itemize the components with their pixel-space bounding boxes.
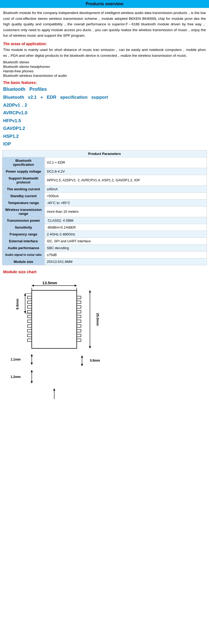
param-value-bluetooth-spec: V2.1 + EDR [45, 157, 207, 168]
svg-rect-22 [77, 310, 81, 313]
svg-rect-16 [28, 329, 32, 332]
param-label-snr: Audio signal to noise ratio [2, 251, 45, 258]
svg-marker-1 [32, 285, 34, 287]
svg-marker-46 [53, 389, 55, 391]
svg-rect-23 [77, 315, 81, 318]
svg-text:0.8mm: 0.8mm [90, 359, 100, 362]
list-item-3: Hands-free phones [0, 69, 209, 73]
areas-of-application-text: This module is mainly used for short dis… [0, 46, 209, 60]
svg-marker-42 [31, 370, 33, 372]
svg-rect-10 [28, 301, 32, 304]
svg-text:6.6mm: 6.6mm [15, 299, 19, 309]
svg-text:25.0mm: 25.0mm [96, 313, 100, 325]
svg-marker-2 [75, 285, 77, 287]
table-row: Transmission power CLASS2, 4 DBM [2, 217, 207, 224]
bluetooth-v21-edr: Bluetooth v2.1 + EDR specification suppo… [0, 93, 209, 101]
svg-marker-6 [24, 311, 26, 313]
bluetooth-profiles: Bluetooth Profiles [0, 85, 209, 93]
table-row: Bluetoothspecification V2.1 + EDR [2, 157, 207, 168]
avrcpv10: AVRCPv1.0 [0, 109, 209, 117]
svg-rect-26 [77, 329, 81, 332]
param-label-standby-current: Standby current [2, 192, 45, 199]
hfpv15: HFPv1.5 [0, 117, 209, 125]
products-overview-header: Products overview [0, 0, 209, 8]
intro-text: Bluetooth module for the company indepen… [0, 8, 209, 41]
svg-rect-8 [32, 290, 77, 348]
svg-marker-35 [81, 364, 83, 366]
svg-rect-14 [28, 320, 32, 323]
param-label-wireless-range: Wireless transmissionrange [2, 206, 45, 217]
table-row: The working current ≤45mA [2, 186, 207, 192]
param-value-audio-perf: SBC decoding [45, 244, 207, 251]
table-row: Power supply voltage DC2.8-4.2V [2, 168, 207, 175]
param-label-bluetooth-spec: Bluetoothspecification [2, 157, 45, 168]
param-value-snr: ≥75dB [45, 251, 207, 258]
areas-of-application-title: The areas of application: [0, 41, 209, 46]
table-row: Wireless transmissionrange more than 10 … [2, 206, 207, 217]
list-item-1: Bluetooth stereo [0, 60, 209, 64]
table-row: Temperature range -40°C to +85°C [2, 199, 207, 206]
product-parameters-table: Product Parameters Bluetoothspecificatio… [2, 150, 207, 265]
table-row: Sensitivity -80dBm<0.1%BER [2, 224, 207, 231]
module-svg-diagram: 13.5mm 6.6mm 25.0mm [5, 278, 138, 410]
hsp12: HSP1.2 [0, 132, 209, 140]
param-label-audio-perf: Audio performance [2, 244, 45, 251]
basic-features-title: The basic features: [0, 79, 209, 85]
param-value-support-bt: HFPV1.5, A2DPV1. 2, AVRCPV1.4, HSP1.2, G… [45, 175, 207, 186]
param-value-ext-interface: I2C, SPI and UART interface [45, 238, 207, 244]
table-row: Module size 25X13.5X1.8MM [2, 258, 207, 265]
param-value-module-size: 25X13.5X1.8MM [45, 258, 207, 265]
gavdp12: GAVDP1.2 [0, 125, 209, 132]
svg-text:1.2mm: 1.2mm [11, 375, 21, 379]
table-row: Audio signal to noise ratio ≥75dB [2, 251, 207, 258]
svg-rect-15 [28, 325, 32, 327]
param-value-power-supply: DC2.8-4.2V [45, 168, 207, 175]
svg-marker-38 [31, 354, 33, 356]
param-label-temp-range: Temperature range [2, 199, 45, 206]
param-value-standby-current: <500uA [45, 192, 207, 199]
svg-marker-34 [81, 356, 83, 358]
param-value-sensitivity: -80dBm<0.1%BER [45, 224, 207, 231]
param-value-temp-range: -40°C to +85°C [45, 199, 207, 206]
param-label-sensitivity: Sensitivity [2, 224, 45, 231]
param-label-freq-range: Frequency range [2, 231, 45, 238]
svg-rect-17 [28, 334, 32, 337]
param-label-tx-power: Transmission power [2, 217, 45, 224]
param-label-power-supply: Power supply voltage [2, 168, 45, 175]
svg-marker-5 [24, 293, 26, 296]
svg-rect-20 [77, 301, 81, 304]
a2dpv1: A2DPv1．2 [0, 101, 209, 109]
svg-marker-43 [31, 381, 33, 383]
param-value-freq-range: 2.4GHz-2.480GHz [45, 231, 207, 238]
svg-rect-9 [28, 296, 32, 299]
svg-rect-11 [28, 306, 32, 308]
table-row: Support bluetoothprotocol HFPV1.5, A2DPV… [2, 175, 207, 186]
module-size-diagram: 13.5mm 6.6mm 25.0mm [0, 275, 209, 412]
list-item-2: Bluetooth stereo headphones [0, 64, 209, 69]
table-row: Frequency range 2.4GHz-2.480GHz [2, 231, 207, 238]
svg-text:13.5mm: 13.5mm [42, 281, 57, 285]
param-value-working-current: ≤45mA [45, 186, 207, 192]
svg-rect-24 [77, 320, 81, 323]
param-label-support-bt: Support bluetoothprotocol [2, 175, 45, 186]
table-row: Audio performance SBC decoding [2, 244, 207, 251]
svg-rect-13 [28, 315, 32, 318]
param-label-ext-interface: External interface [2, 238, 45, 244]
svg-text:1.1mm: 1.1mm [11, 358, 21, 361]
param-value-wireless-range: more than 10 meters [45, 206, 207, 217]
param-label-module-size: Module size [2, 258, 45, 265]
table-row: Standby current <500uA [2, 192, 207, 199]
svg-marker-30 [89, 290, 91, 292]
table-row: External interface I2C, SPI and UART int… [2, 238, 207, 244]
svg-marker-31 [89, 346, 91, 348]
list-item-4: Bluetooth wireless transmission of audio [0, 73, 209, 78]
param-value-tx-power: CLASS2, 4 DBM [45, 217, 207, 224]
module-size-title: Module size chart [0, 267, 209, 275]
svg-rect-25 [77, 325, 81, 327]
svg-rect-18 [28, 339, 32, 342]
svg-marker-39 [31, 363, 33, 365]
svg-rect-19 [77, 296, 81, 299]
product-parameters-header: Product Parameters [2, 150, 207, 157]
iop: IOP [0, 140, 209, 148]
svg-rect-27 [77, 334, 81, 337]
